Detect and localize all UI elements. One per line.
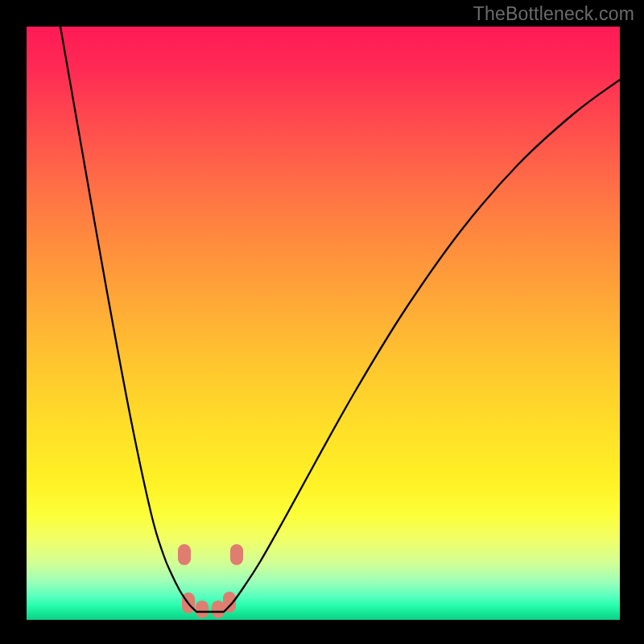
watermark-text: TheBottleneck.com [473,3,634,25]
curve-overlay [27,27,620,620]
curve-marker [212,601,225,618]
curve-marker [196,601,208,618]
bottleneck-curve [60,27,620,612]
marker-group [178,544,243,618]
chart-frame: TheBottleneck.com [0,0,644,644]
plot-area [27,27,620,620]
curve-marker [178,544,191,565]
curve-marker [230,544,243,565]
